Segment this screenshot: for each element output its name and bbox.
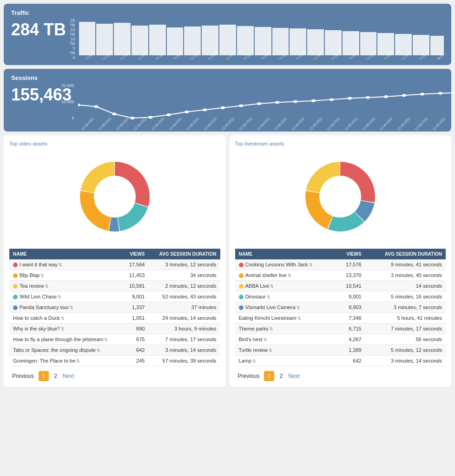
sort-icon[interactable]: ⇅ [270, 284, 274, 289]
table-cell-duration: 3 minutes, 14 seconds [365, 356, 446, 366]
sessions-y-label: 0 [61, 116, 74, 120]
livestream-assets-title: Top livestream assets [235, 141, 446, 146]
table-cell-views: 11,453 [123, 270, 148, 281]
dashboard: Traffic 284 TB 20 TB 15 TB 10 TB 5 TB 0 … [4, 4, 451, 387]
table-cell-duration: 7 minutes, 17 seconds [148, 334, 220, 345]
table-row: Groningen: The Place to be ⇅24557 minute… [9, 356, 220, 366]
sort-icon[interactable]: ⇅ [76, 359, 80, 364]
table-cell-name: Panda Sanctuary tour ⇅ [9, 302, 123, 313]
video-donut-container [9, 150, 220, 243]
traffic-y-label: 10 TB [70, 37, 75, 46]
video-next-button[interactable]: Next [63, 373, 74, 379]
sort-icon[interactable]: ⇅ [297, 316, 301, 321]
table-cell-views: 4,267 [336, 334, 365, 345]
video-donut-chart [73, 155, 157, 238]
table-cell-duration: 3 minutes, 12 seconds [148, 259, 220, 270]
table-cell-duration: 34 seconds [148, 270, 220, 281]
traffic-y-labels: 20 TB 15 TB 10 TB 5 TB 0 B [70, 18, 75, 55]
traffic-bar-chart [79, 18, 444, 55]
table-cell-views: 1,389 [336, 345, 365, 356]
video-table-body: I want it that way ⇅17,5643 minutes, 12 … [9, 259, 220, 366]
sort-icon[interactable]: ⇅ [267, 295, 270, 299]
table-cell-name: Dinosaur ⇅ [235, 291, 336, 302]
sort-icon[interactable]: ⇅ [269, 348, 272, 353]
traffic-value: 284 TB [11, 20, 66, 40]
livestream-page-1[interactable]: 1 [264, 371, 274, 381]
table-cell-duration: 52 minutes, 43 seconds [148, 291, 220, 302]
video-assets-table: NAME VIEWS AVG SESSION DURATION I want i… [9, 249, 220, 366]
table-cell-duration: 5 minutes, 16 seconds [365, 291, 446, 302]
table-row: Wild Lion Chase ⇅9,00152 minutes, 43 sec… [9, 291, 220, 302]
sort-icon[interactable]: ⇅ [61, 327, 65, 331]
table-cell-duration: 24 minutes, 14 seconds [148, 313, 220, 324]
sort-icon[interactable]: ⇅ [59, 263, 62, 267]
table-cell-views: 6,715 [336, 324, 365, 334]
table-cell-name: Vismarkt Live Camera ⇅ [235, 302, 336, 313]
table-cell-duration: 2 minutes, 12 seconds [148, 281, 220, 291]
sort-icon[interactable]: ⇅ [270, 327, 273, 331]
table-row: How to fly a plane through the jetstream… [9, 334, 220, 345]
table-cell-views: 10,581 [123, 281, 148, 291]
svg-point-9 [239, 104, 243, 107]
table-cell-duration: 56 seconds [365, 334, 446, 345]
video-page-1[interactable]: 1 [39, 371, 49, 381]
sort-icon[interactable]: ⇅ [288, 273, 291, 278]
sort-icon[interactable]: ⇅ [58, 295, 61, 299]
sort-icon[interactable]: ⇅ [70, 305, 73, 310]
color-dot [239, 263, 244, 267]
svg-point-3 [130, 117, 134, 119]
svg-point-4 [148, 116, 152, 119]
table-row: Eating Kimchi Livestream ⇅7,3465 hours, … [235, 313, 446, 324]
video-prev-button[interactable]: Previous [9, 372, 37, 380]
svg-point-18 [402, 94, 406, 97]
table-cell-views: 245 [123, 356, 148, 366]
sort-icon[interactable]: ⇅ [264, 337, 267, 342]
table-row: Why is the sky blue? ⇅8903 hours, 9 minu… [9, 324, 220, 334]
color-dot [13, 263, 18, 267]
sort-icon[interactable]: ⇅ [45, 284, 49, 289]
sort-icon[interactable]: ⇅ [61, 316, 65, 321]
video-table-header-row: NAME VIEWS AVG SESSION DURATION [9, 249, 220, 259]
traffic-y-label: 15 TB [70, 27, 75, 37]
svg-point-13 [311, 99, 316, 102]
sort-icon[interactable]: ⇅ [297, 305, 300, 310]
sessions-x-labels: 12-08-202212-08-202212-08-202212-08-2022… [78, 123, 455, 126]
table-cell-name: How to fly a plane through the jetstream… [9, 334, 123, 345]
table-row: Vismarkt Live Camera ⇅8,9033 minutes, 7 … [235, 302, 446, 313]
livestream-col-name: NAME [235, 249, 336, 259]
table-row: Dinosaur ⇅9,0015 minutes, 16 seconds [235, 291, 446, 302]
svg-point-14 [330, 98, 334, 101]
sessions-value: 155,463 [11, 85, 58, 105]
sort-icon[interactable]: ⇅ [40, 273, 44, 278]
sort-icon[interactable]: ⇅ [252, 359, 256, 364]
table-cell-views: 1,337 [123, 302, 148, 313]
livestream-donut-container [235, 150, 446, 243]
sessions-panel: Sessions 155,463 20.000 10.000 0 12-08-2… [4, 69, 451, 132]
livestream-page-2[interactable]: 2 [276, 371, 286, 381]
svg-point-1 [94, 105, 98, 108]
livestream-next-button[interactable]: Next [288, 373, 300, 379]
color-dot [13, 305, 18, 310]
svg-point-11 [275, 101, 279, 104]
svg-point-19 [420, 93, 424, 96]
svg-point-16 [365, 96, 369, 99]
svg-point-5 [166, 113, 171, 116]
sort-icon[interactable]: ⇅ [97, 348, 100, 353]
table-cell-name: I want it that way ⇅ [9, 259, 123, 270]
table-cell-views: 17,564 [123, 259, 148, 270]
table-cell-name: Groningen: The Place to be ⇅ [9, 356, 123, 366]
livestream-prev-button[interactable]: Previous [235, 372, 263, 380]
video-col-views: VIEWS [123, 249, 148, 259]
sort-icon[interactable]: ⇅ [309, 263, 313, 267]
table-cell-name: Blip Blap ⇅ [9, 270, 123, 281]
svg-point-0 [78, 104, 80, 106]
sort-icon[interactable]: ⇅ [104, 337, 108, 342]
svg-point-12 [293, 100, 297, 103]
color-dot [13, 295, 18, 299]
table-row: Theme parks ⇅6,7157 minutes, 17 seconds [235, 324, 446, 334]
color-dot [239, 305, 244, 310]
table-cell-name: How to catch a Duck ⇅ [9, 313, 123, 324]
video-page-2[interactable]: 2 [51, 371, 61, 381]
sessions-y-labels: 20.000 10.000 0 [61, 83, 74, 120]
livestream-col-views: VIEWS [336, 249, 365, 259]
